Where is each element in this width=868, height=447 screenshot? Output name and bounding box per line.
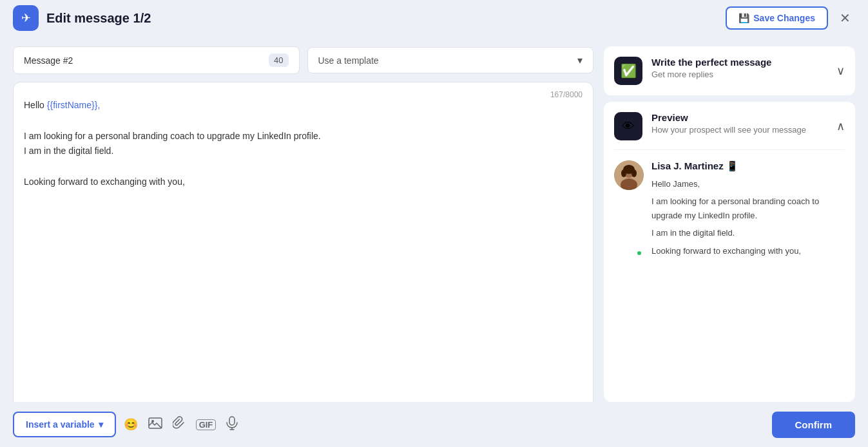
mic-icon[interactable]	[226, 416, 238, 433]
prospect-name: Lisa J. Martinez 📱	[651, 160, 845, 172]
template-dropdown-label: Use a template	[318, 55, 379, 66]
main-content: Message #2 40 Use a template ▾ 167/8000 …	[0, 36, 868, 447]
online-indicator	[636, 250, 642, 256]
svg-point-3	[614, 160, 644, 190]
save-changes-button[interactable]: 💾 Save Changes	[726, 6, 828, 30]
greeting-text: Hello	[24, 100, 47, 110]
char-count-badge: 40	[269, 53, 288, 67]
controls-row: Message #2 40 Use a template ▾	[13, 46, 593, 74]
preview-header-text: Preview How your prospect will see your …	[651, 112, 806, 135]
template-dropdown[interactable]: Use a template ▾	[307, 47, 594, 73]
tips-card-text: Write the perfect message Get more repli…	[651, 57, 771, 79]
avatar-wrap	[614, 160, 644, 258]
svg-point-5	[621, 169, 626, 177]
message-label-box: Message #2 40	[13, 46, 300, 74]
editor-line2: I am in the digital field.	[24, 144, 583, 159]
attachment-icon[interactable]	[173, 416, 186, 433]
gif-icon[interactable]: GIF	[196, 419, 217, 430]
svg-rect-9	[229, 417, 235, 425]
image-icon[interactable]	[148, 416, 162, 433]
insert-chevron-icon: ▾	[99, 419, 103, 430]
emoji-icon[interactable]: 😊	[124, 417, 138, 432]
toolbar-icons: 😊 GIF	[124, 416, 238, 433]
save-icon: 💾	[738, 13, 749, 23]
editor-area[interactable]: 167/8000 Hello {{firstName}}, I am looki…	[13, 82, 593, 447]
preview-card: 👁 Preview How your prospect will see you…	[604, 102, 855, 402]
preview-expand-icon[interactable]: ∧	[836, 119, 845, 133]
prospect-preview: Lisa J. Martinez 📱 Hello James, I am loo…	[614, 160, 845, 258]
preview-card-header: 👁 Preview How your prospect will see you…	[614, 112, 845, 150]
close-button[interactable]: ✕	[834, 8, 855, 28]
app-logo: ✈	[13, 5, 39, 31]
tips-card-icon: ✅	[614, 57, 642, 85]
chevron-down-icon: ▾	[577, 54, 583, 66]
tips-card: ✅ Write the perfect message Get more rep…	[604, 46, 855, 95]
svg-point-6	[632, 169, 637, 177]
editor-content: Hello {{firstName}}, I am looking for a …	[24, 93, 583, 436]
avatar-svg	[614, 160, 644, 190]
firstname-variable: {{firstName}},	[47, 100, 101, 110]
confirm-button[interactable]: Confirm	[772, 412, 856, 438]
right-panel: ✅ Write the perfect message Get more rep…	[604, 46, 855, 447]
left-panel: Message #2 40 Use a template ▾ 167/8000 …	[13, 46, 593, 447]
prospect-message-content: Lisa J. Martinez 📱 Hello James, I am loo…	[651, 160, 845, 258]
bottom-toolbar: Insert a variable ▾ 😊 GIF Confir	[0, 402, 868, 447]
char-limit-display: 167/8000	[550, 90, 583, 99]
avatar	[614, 160, 644, 190]
message-label: Message #2	[24, 55, 73, 66]
page-title: Edit message 1/2	[46, 11, 151, 26]
insert-variable-button[interactable]: Insert a variable ▾	[13, 412, 116, 437]
header: ✈ Edit message 1/2 💾 Save Changes ✕	[0, 0, 868, 36]
editor-line3: Looking forward to exchanging with you,	[24, 175, 583, 190]
header-actions: 💾 Save Changes ✕	[726, 6, 855, 30]
editor-line1: I am looking for a personal branding coa…	[24, 129, 583, 144]
preview-card-icon: 👁	[614, 112, 642, 140]
prospect-message: Hello James, I am looking for a personal…	[651, 177, 845, 258]
tips-collapse-icon[interactable]: ∨	[836, 64, 845, 78]
